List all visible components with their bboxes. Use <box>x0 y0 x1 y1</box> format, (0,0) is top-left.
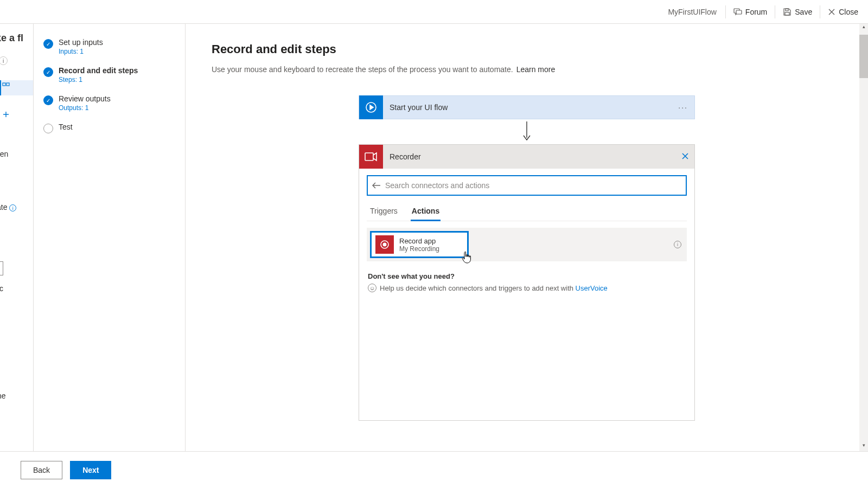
help-block: Don't see what you need? ☺ Help us decid… <box>367 272 687 292</box>
close-icon <box>828 8 835 16</box>
svg-rect-4 <box>3 83 5 86</box>
tabs: Triggers Actions <box>367 202 687 221</box>
action-list: Record app My Recording i <box>367 228 687 261</box>
record-dot-icon <box>375 235 394 254</box>
back-button[interactable]: Back <box>21 461 62 479</box>
back-arrow-icon[interactable] <box>372 182 381 189</box>
play-icon <box>359 95 383 119</box>
arrow-down-icon <box>521 121 532 142</box>
tab-actions[interactable]: Actions <box>411 202 441 221</box>
nav-grid-icon[interactable] <box>2 82 10 90</box>
recorder-icon <box>359 145 383 169</box>
tab-triggers[interactable]: Triggers <box>369 202 399 221</box>
check-icon: ✓ <box>43 39 53 49</box>
page-title: Record and edit steps <box>212 42 842 56</box>
left-nav-cropped: ake a fl i nated even ate i e work mail … <box>0 24 34 451</box>
flow-name-label: MyFirstUIFlow <box>659 8 725 16</box>
scrollbar-thumb[interactable] <box>859 35 868 78</box>
smiley-icon: ☺ <box>368 284 376 292</box>
svg-rect-7 <box>365 153 373 160</box>
scroll-down-icon[interactable]: ▾ <box>859 442 868 451</box>
svg-rect-2 <box>786 9 788 11</box>
info-icon: i <box>0 56 8 65</box>
recorder-card: Recorder Triggers <box>359 144 695 421</box>
top-bar: MyFirstUIFlow Forum Save Close <box>0 0 868 24</box>
empty-bullet-icon <box>43 124 53 133</box>
check-icon: ✓ <box>43 67 53 77</box>
svg-point-9 <box>383 243 387 247</box>
step-record-edit[interactable]: ✓ Record and edit steps Steps: 1 <box>40 63 178 91</box>
start-ui-flow-card[interactable]: Start your UI flow ··· <box>359 95 695 119</box>
wizard-footer: Back Next <box>0 451 868 488</box>
steps-panel: ✓ Set up inputs Inputs: 1 ✓ Record and e… <box>34 24 186 451</box>
ellipsis-icon[interactable]: ··· <box>678 103 688 112</box>
step-set-up-inputs[interactable]: ✓ Set up inputs Inputs: 1 <box>40 35 178 63</box>
step-test[interactable]: Test <box>40 119 178 141</box>
next-button[interactable]: Next <box>70 461 111 479</box>
close-icon[interactable] <box>681 152 689 162</box>
svg-rect-1 <box>736 10 742 14</box>
svg-rect-3 <box>785 12 789 15</box>
save-icon <box>783 8 792 16</box>
forum-button[interactable]: Forum <box>726 0 775 23</box>
search-row[interactable] <box>367 175 687 196</box>
page-description: Use your mouse and keyboard to recreate … <box>212 65 842 74</box>
search-input[interactable] <box>385 181 681 190</box>
record-app-action[interactable]: Record app My Recording <box>370 231 469 258</box>
recorder-header[interactable]: Recorder <box>359 145 694 169</box>
step-review-outputs[interactable]: ✓ Review outputs Outputs: 1 <box>40 91 178 119</box>
close-button[interactable]: Close <box>820 0 866 23</box>
main-canvas: Record and edit steps Use your mouse and… <box>186 24 868 451</box>
save-button[interactable]: Save <box>775 0 820 23</box>
learn-more-link[interactable]: Learn more <box>516 65 556 74</box>
check-icon: ✓ <box>43 95 53 105</box>
svg-rect-5 <box>7 83 9 86</box>
nav-plus-icon[interactable] <box>2 111 10 118</box>
scroll-up-icon[interactable]: ▴ <box>859 24 868 33</box>
uservoice-link[interactable]: UserVoice <box>576 284 608 292</box>
vertical-scrollbar[interactable]: ▴ ▾ <box>859 24 868 451</box>
forum-icon <box>733 8 742 16</box>
info-icon[interactable]: i <box>674 241 681 248</box>
